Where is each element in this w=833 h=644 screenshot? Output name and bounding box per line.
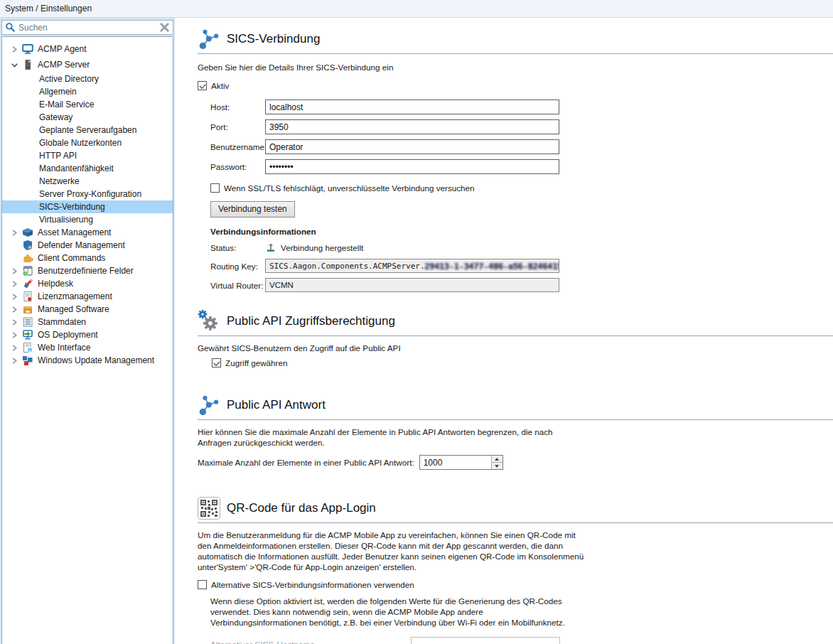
sidebar-item-label: Asset Management <box>38 227 111 237</box>
sidebar-item-label: Managed Software <box>38 304 109 314</box>
section-sics-header: SICS-Verbindung <box>198 28 833 50</box>
sidebar-item-benutzerdefinierte-felder[interactable]: Benutzerdefinierte Felder <box>2 264 173 277</box>
sidebar-item-label: Mandantenfähigkeit <box>39 163 114 173</box>
settings-content: SICS-Verbindung Geben Sie hier die Detai… <box>197 18 833 644</box>
software-box-icon <box>21 304 33 315</box>
search-input[interactable] <box>18 23 159 33</box>
sidebar-item-http-api[interactable]: HTTP API <box>2 149 173 162</box>
section-api-access-header: Public API Zugriffsberechtigung <box>198 310 833 333</box>
status-row: Status: Verbindung hergestellt <box>210 242 833 253</box>
grant-access-checkbox[interactable] <box>212 358 221 367</box>
sidebar-item-acmp-agent[interactable]: ACMP Agent <box>2 41 173 57</box>
sidebar-item-active-directory[interactable]: Active Directory <box>2 73 173 85</box>
max-elements-row: Maximale Anzahl der Elemente in einer Pu… <box>198 455 833 470</box>
aktiv-checkbox[interactable] <box>198 81 207 90</box>
sidebar-item-label: Windows Update Management <box>38 355 154 365</box>
chevron-right-icon[interactable] <box>11 306 21 313</box>
chevron-right-icon[interactable] <box>11 358 21 364</box>
spin-up-button[interactable] <box>492 456 503 463</box>
sidebar-item-geplante-serveraufgaben[interactable]: Geplante Serveraufgaben <box>2 124 173 136</box>
sics-intro-text: Geben Sie hier die Details Ihrer SICS-Ve… <box>198 62 833 73</box>
chevron-right-icon[interactable] <box>11 345 21 351</box>
sidebar-item-netzwerke[interactable]: Netzwerke <box>2 175 173 188</box>
port-field-row: Port: <box>210 119 833 134</box>
sidebar-item-acmp-server[interactable]: ACMP Server <box>2 57 173 73</box>
username-input[interactable] <box>265 139 559 154</box>
chevron-down-icon[interactable] <box>11 62 21 68</box>
sidebar-item-windows-update-management[interactable]: Windows Update Management <box>2 354 173 367</box>
sidebar-item-allgemein[interactable]: Allgemein <box>2 85 173 98</box>
sidebar-item-label: E-Mail Service <box>39 100 94 109</box>
section-api-response-header: Public API Antwort <box>198 394 833 417</box>
clear-search-icon[interactable] <box>159 22 170 33</box>
sidebar-item-virtualisierung[interactable]: Virtualisierung <box>2 213 173 226</box>
chevron-right-icon[interactable] <box>11 268 21 274</box>
sidebar-item-e-mail-service[interactable]: E-Mail Service <box>2 98 173 111</box>
connection-info-heading: Verbindungsinformationen <box>210 226 833 237</box>
sidebar-item-gateway[interactable]: Gateway <box>2 111 173 124</box>
host-field-row: Host: <box>210 100 833 114</box>
section-title: Public API Zugriffsberechtigung <box>227 314 395 328</box>
chevron-right-icon[interactable] <box>11 281 21 287</box>
host-input[interactable] <box>265 100 559 114</box>
alt-info-description: Wenn diese Option aktiviert ist, werden … <box>210 596 574 628</box>
alt-info-checkbox-row: Alternative SICS-Verbindungsinformatione… <box>198 579 833 590</box>
username-field-row: Benutzername: <box>210 139 833 154</box>
sidebar-item-asset-management[interactable]: Asset Management <box>2 226 173 239</box>
web-doc-icon <box>21 342 33 353</box>
status-label: Status: <box>210 243 265 252</box>
sidebar-item-label: Helpdesk <box>38 279 73 289</box>
sidebar-item-label: Defender Management <box>38 240 125 250</box>
section-divider <box>198 522 833 523</box>
sidebar-item-label: ACMP Server <box>38 60 90 70</box>
sidebar-item-label: Web Interface <box>38 343 90 353</box>
sidebar-item-web-interface[interactable]: Web Interface <box>2 341 173 354</box>
sidebar-item-mandantenf-higkeit[interactable]: Mandantenfähigkeit <box>2 162 173 175</box>
molecule-icon <box>198 394 220 417</box>
virtual-router-row: Virtual Router: VCMN <box>210 278 833 292</box>
password-input[interactable] <box>265 159 559 174</box>
chevron-right-icon[interactable] <box>11 46 21 53</box>
chevron-right-icon[interactable] <box>11 230 21 236</box>
sidebar-item-helpdesk[interactable]: Helpdesk <box>2 277 173 290</box>
sidebar-item-label: Active Directory <box>39 74 99 84</box>
sidebar-item-os-deployment[interactable]: OS Deployment <box>2 328 173 341</box>
api-response-intro-text: Hier können Sie die maximale Anzahl der … <box>198 426 581 448</box>
sidebar-item-client-commands[interactable]: Client Commands <box>2 252 173 264</box>
sidebar-item-defender-management[interactable]: Defender Management <box>2 239 173 252</box>
sidebar-item-server-proxy-konfiguration[interactable]: Server Proxy-Konfiguration <box>2 188 173 200</box>
sidebar-item-label: Allgemein <box>39 87 77 97</box>
gears-icon <box>198 310 220 333</box>
test-connection-button[interactable]: Verbindung testen <box>210 201 295 218</box>
sidebar-item-lizenzmanagement[interactable]: Lizenzmanagement <box>2 290 173 303</box>
windows-icon <box>21 355 33 366</box>
sidebar-item-label: Virtualisierung <box>39 215 93 225</box>
qr-intro-text: Um die Benutzeranmeldung für die ACMP Mo… <box>198 530 585 572</box>
license-icon <box>21 291 33 302</box>
alt-info-checkbox[interactable] <box>198 580 207 589</box>
sidebar-item-sics-verbindung[interactable]: SICS-Verbindung <box>2 200 173 213</box>
grant-access-label: Zugriff gewähren <box>225 358 288 368</box>
section-divider <box>198 419 833 420</box>
sidebar-item-stammdaten[interactable]: Stammdaten <box>2 316 173 328</box>
sidebar-item-managed-software[interactable]: Managed Software <box>2 303 173 316</box>
username-label: Benutzername: <box>210 142 265 151</box>
port-input[interactable] <box>265 119 559 134</box>
max-elements-input[interactable] <box>420 456 491 469</box>
sidebar-item-label: HTTP API <box>39 151 77 161</box>
password-label: Passwort: <box>210 162 265 171</box>
chevron-right-icon[interactable] <box>11 319 21 326</box>
sidebar-item-label: SICS-Verbindung <box>39 202 105 212</box>
chevron-right-icon[interactable] <box>11 332 21 338</box>
spin-down-button[interactable] <box>492 463 503 469</box>
sidebar-item-globale-nutzerkonten[interactable]: Globale Nutzerkonten <box>2 136 173 149</box>
search-box <box>1 20 173 35</box>
alt-info-checkbox-label: Alternative SICS-Verbindungsinformatione… <box>211 579 414 590</box>
section-title: Public API Antwort <box>227 398 326 412</box>
sidebar-item-label: Benutzerdefinierte Felder <box>38 266 134 276</box>
sidebar: ACMP AgentACMP ServerActive DirectoryAll… <box>0 18 175 644</box>
ssl-fallback-checkbox[interactable] <box>210 183 220 193</box>
status-value: Verbindung hergestellt <box>281 242 363 253</box>
monitor-icon <box>21 43 33 55</box>
chevron-right-icon[interactable] <box>11 294 21 300</box>
